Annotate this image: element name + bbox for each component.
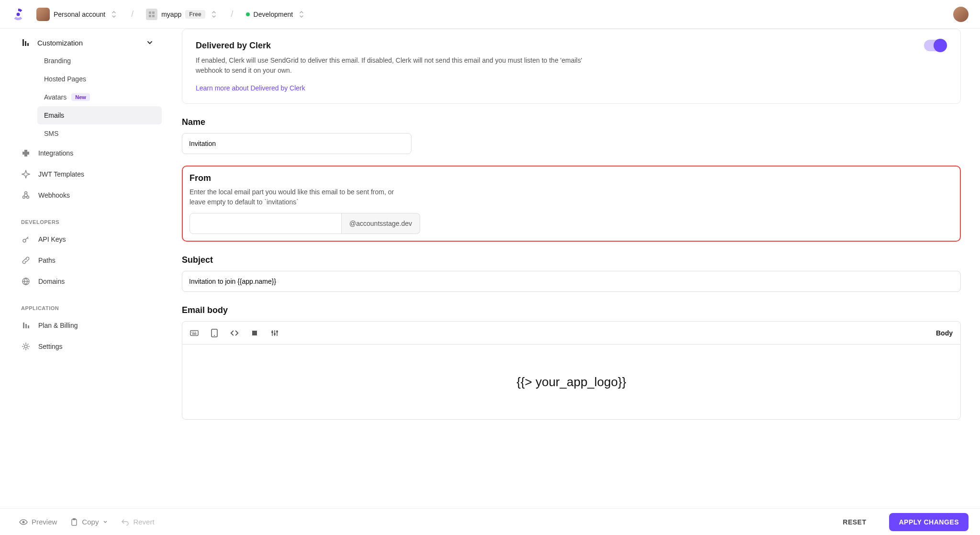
chevron-down-icon [102, 519, 108, 525]
stop-icon[interactable] [250, 329, 259, 337]
svg-point-24 [276, 331, 278, 333]
svg-point-23 [274, 333, 276, 335]
globe-icon [21, 277, 31, 286]
customization-label: Customization [37, 39, 83, 47]
account-label: Personal account [54, 11, 105, 18]
sidebar-item-domains[interactable]: Domains [14, 271, 139, 292]
environment-switcher[interactable]: Development [246, 11, 307, 18]
svg-rect-21 [252, 331, 257, 335]
svg-rect-1 [149, 11, 151, 14]
breadcrumb: Personal account / myapp Free / Developm… [36, 8, 306, 21]
selector-chevron-icon[interactable] [209, 11, 219, 18]
reset-button[interactable]: RESET [843, 518, 866, 526]
svg-point-0 [17, 12, 20, 16]
customization-icon [21, 38, 30, 47]
svg-rect-4 [152, 15, 155, 17]
plan-badge: Free [185, 10, 205, 19]
eye-icon [19, 518, 28, 526]
section-application: APPLICATION [14, 292, 163, 315]
editor-canvas[interactable]: {{> your_app_logo}} [182, 345, 960, 419]
app-switcher[interactable]: myapp Free [146, 9, 218, 20]
sidebar-item-plan-billing[interactable]: Plan & Billing [14, 315, 139, 336]
sidebar-item-customization[interactable]: Customization [14, 33, 163, 52]
sparkle-icon [21, 169, 31, 179]
editor-mode-label[interactable]: Body [936, 329, 953, 337]
link-icon [21, 256, 31, 265]
svg-rect-17 [195, 332, 196, 333]
name-input[interactable] [182, 133, 412, 154]
sidebar-item-webhooks[interactable]: Webhooks [14, 185, 139, 206]
sidebar-item-integrations[interactable]: Integrations [14, 143, 139, 164]
main-content: Delivered by Clerk If enabled, Clerk wil… [163, 29, 980, 508]
editor-toolbar: Body [182, 322, 960, 345]
body-label: Email body [182, 305, 961, 315]
card-title: Delivered by Clerk [196, 41, 947, 51]
sidebar-item-jwt-templates[interactable]: JWT Templates [14, 164, 139, 185]
clerk-logo-icon[interactable] [11, 8, 25, 21]
sidebar-item-hosted-pages[interactable]: Hosted Pages [37, 70, 162, 88]
apply-changes-button[interactable]: APPLY CHANGES [889, 513, 969, 531]
delivered-toggle[interactable] [924, 40, 947, 51]
breadcrumb-separator: / [231, 9, 234, 19]
sidebar-item-api-keys[interactable]: API Keys [14, 229, 139, 250]
svg-point-13 [24, 345, 27, 348]
template-placeholder: {{> your_app_logo}} [516, 375, 626, 390]
user-avatar[interactable] [953, 7, 969, 22]
webhook-icon [21, 190, 31, 200]
svg-rect-12 [28, 325, 29, 328]
breadcrumb-separator: / [131, 9, 134, 19]
sidebar-item-paths[interactable]: Paths [14, 250, 139, 271]
keyboard-icon[interactable] [190, 329, 199, 337]
preview-button[interactable]: Preview [19, 518, 57, 526]
name-label: Name [182, 117, 961, 127]
svg-point-22 [271, 331, 273, 333]
sidebar-item-avatars[interactable]: Avatars New [37, 88, 162, 106]
sidebar-item-emails[interactable]: Emails [37, 106, 162, 124]
puzzle-icon [21, 148, 31, 158]
sidebar-item-sms[interactable]: SMS [37, 124, 162, 143]
selector-chevron-icon[interactable] [109, 11, 119, 18]
sliders-icon[interactable] [270, 329, 279, 337]
sidebar-item-branding[interactable]: Branding [37, 52, 162, 70]
body-section: Email body Body {{> your_app_logo}} [182, 305, 961, 420]
avatar-icon [36, 8, 50, 21]
from-help: Enter the local email part you would lik… [189, 187, 410, 207]
svg-rect-27 [73, 518, 76, 520]
undo-icon [122, 519, 129, 525]
from-section: From Enter the local email part you woul… [182, 166, 961, 242]
app-name: myapp [161, 11, 181, 18]
svg-rect-3 [149, 15, 151, 17]
svg-rect-2 [152, 11, 155, 14]
svg-point-7 [25, 192, 27, 194]
topbar: Personal account / myapp Free / Developm… [0, 0, 980, 29]
clipboard-icon [70, 518, 78, 526]
key-icon [21, 234, 31, 244]
new-badge: New [71, 93, 90, 101]
environment-label: Development [254, 11, 293, 18]
name-section: Name [182, 117, 961, 154]
footer-bar: Preview Copy Revert RESET APPLY CHANGES [0, 508, 980, 535]
account-switcher[interactable]: Personal account [36, 8, 119, 21]
from-domain-suffix: @accountsstage.dev [342, 213, 420, 234]
selector-chevron-icon[interactable] [297, 11, 306, 18]
svg-point-20 [214, 335, 215, 336]
from-label: From [189, 173, 953, 183]
subject-label: Subject [182, 255, 961, 265]
svg-rect-18 [192, 333, 197, 334]
code-icon[interactable] [230, 329, 239, 337]
from-input[interactable] [189, 213, 342, 234]
revert-button[interactable]: Revert [122, 518, 154, 526]
tablet-icon[interactable] [210, 329, 219, 337]
status-dot-icon [246, 12, 250, 16]
email-editor: Body {{> your_app_logo}} [182, 321, 961, 420]
billing-icon [21, 321, 31, 330]
card-description: If enabled, Clerk will use SendGrid to d… [196, 56, 598, 76]
chevron-down-icon [146, 39, 153, 46]
learn-more-link[interactable]: Learn more about Delivered by Clerk [196, 84, 305, 92]
gear-icon [21, 342, 31, 351]
app-icon [146, 9, 157, 20]
svg-rect-15 [192, 332, 193, 333]
subject-input[interactable] [182, 271, 961, 292]
copy-button[interactable]: Copy [70, 518, 108, 526]
sidebar-item-settings[interactable]: Settings [14, 336, 139, 357]
